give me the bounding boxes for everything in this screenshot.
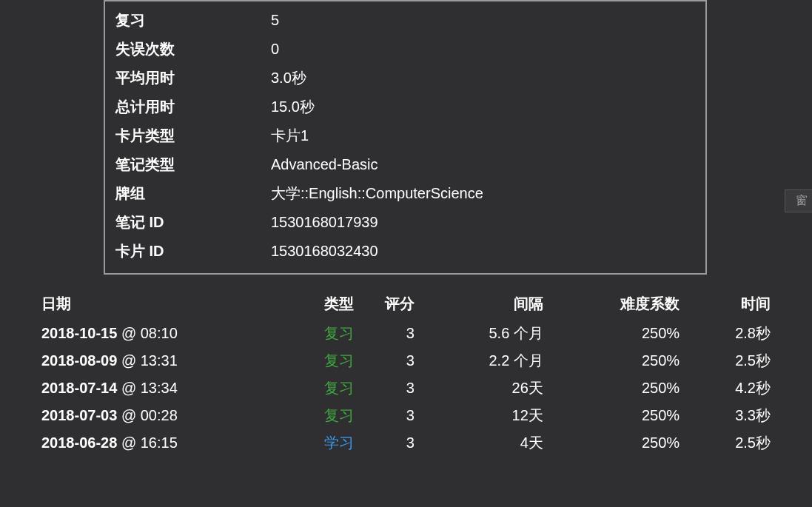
log-type: 复习 [296, 375, 357, 402]
log-ease: 250% [546, 429, 682, 457]
header-date: 日期 [38, 288, 296, 320]
info-label: 平均用时 [115, 68, 271, 88]
info-label: 笔记类型 [115, 155, 271, 175]
log-date: 2018-10-15 @ 08:10 [38, 320, 296, 347]
info-label: 总计用时 [115, 97, 271, 117]
log-type: 复习 [296, 402, 357, 429]
review-log-row: 2018-06-28 @ 16:15学习34天250%2.5秒 [38, 429, 774, 457]
log-interval: 12天 [417, 402, 546, 429]
header-type: 类型 [296, 288, 357, 320]
log-date: 2018-06-28 @ 16:15 [38, 429, 296, 457]
info-row: 笔记类型Advanced-Basic [105, 150, 705, 179]
info-row: 平均用时3.0秒 [105, 64, 705, 93]
header-rating: 评分 [357, 288, 417, 320]
log-ease: 250% [546, 347, 682, 375]
header-time: 时间 [682, 288, 774, 320]
info-value: 1530168032430 [271, 243, 695, 260]
log-date: 2018-08-09 @ 13:31 [38, 347, 296, 375]
log-time: 3.3秒 [682, 402, 774, 429]
log-type: 复习 [296, 320, 357, 347]
review-log-row: 2018-08-09 @ 13:31复习32.2 个月250%2.5秒 [38, 347, 774, 375]
review-log-header-row: 日期 类型 评分 间隔 难度系数 时间 [38, 288, 774, 320]
log-ease: 250% [546, 320, 682, 347]
info-row: 卡片类型卡片1 [105, 121, 705, 150]
log-type: 学习 [296, 429, 357, 457]
log-interval: 5.6 个月 [417, 320, 546, 347]
log-rating: 3 [357, 375, 417, 402]
info-value: Advanced-Basic [271, 156, 695, 173]
log-rating: 3 [357, 320, 417, 347]
info-row: 复习5 [105, 6, 705, 35]
info-value: 0 [271, 41, 695, 58]
info-row: 总计用时15.0秒 [105, 93, 705, 121]
stray-button-fragment[interactable]: 窗 [785, 189, 812, 212]
header-interval: 间隔 [417, 288, 546, 320]
review-log-row: 2018-07-03 @ 00:28复习312天250%3.3秒 [38, 402, 774, 429]
log-interval: 26天 [417, 375, 546, 402]
log-date: 2018-07-03 @ 00:28 [38, 402, 296, 429]
log-interval: 4天 [417, 429, 546, 457]
log-type: 复习 [296, 347, 357, 375]
review-log-table: 日期 类型 评分 间隔 难度系数 时间 2018-10-15 @ 08:10复习… [38, 288, 774, 457]
log-rating: 3 [357, 402, 417, 429]
log-time: 2.8秒 [682, 320, 774, 347]
card-info-box: 复习5失误次数0平均用时3.0秒总计用时15.0秒卡片类型卡片1笔记类型Adva… [104, 0, 707, 275]
info-label: 复习 [115, 10, 271, 30]
log-ease: 250% [546, 402, 682, 429]
info-value: 5 [271, 12, 695, 29]
info-label: 牌组 [115, 184, 271, 204]
log-ease: 250% [546, 375, 682, 402]
info-value: 1530168017939 [271, 214, 695, 231]
info-value: 卡片1 [271, 126, 695, 146]
header-ease: 难度系数 [546, 288, 682, 320]
review-log-area: 日期 类型 评分 间隔 难度系数 时间 2018-10-15 @ 08:10复习… [0, 288, 812, 457]
info-label: 笔记 ID [115, 212, 271, 232]
log-time: 4.2秒 [682, 375, 774, 402]
info-label: 卡片 ID [115, 241, 271, 261]
log-time: 2.5秒 [682, 347, 774, 375]
review-log-row: 2018-07-14 @ 13:34复习326天250%4.2秒 [38, 375, 774, 402]
log-date: 2018-07-14 @ 13:34 [38, 375, 296, 402]
review-log-row: 2018-10-15 @ 08:10复习35.6 个月250%2.8秒 [38, 320, 774, 347]
log-rating: 3 [357, 429, 417, 457]
info-label: 卡片类型 [115, 126, 271, 146]
info-value: 15.0秒 [271, 97, 695, 117]
log-rating: 3 [357, 347, 417, 375]
info-row: 失误次数0 [105, 35, 705, 64]
info-row: 牌组大学::English::ComputerScience [105, 179, 705, 208]
log-interval: 2.2 个月 [417, 347, 546, 375]
info-label: 失误次数 [115, 39, 271, 59]
info-row: 笔记 ID1530168017939 [105, 208, 705, 237]
info-value: 大学::English::ComputerScience [271, 184, 695, 204]
log-time: 2.5秒 [682, 429, 774, 457]
info-value: 3.0秒 [271, 68, 695, 88]
info-row: 卡片 ID1530168032430 [105, 237, 705, 266]
